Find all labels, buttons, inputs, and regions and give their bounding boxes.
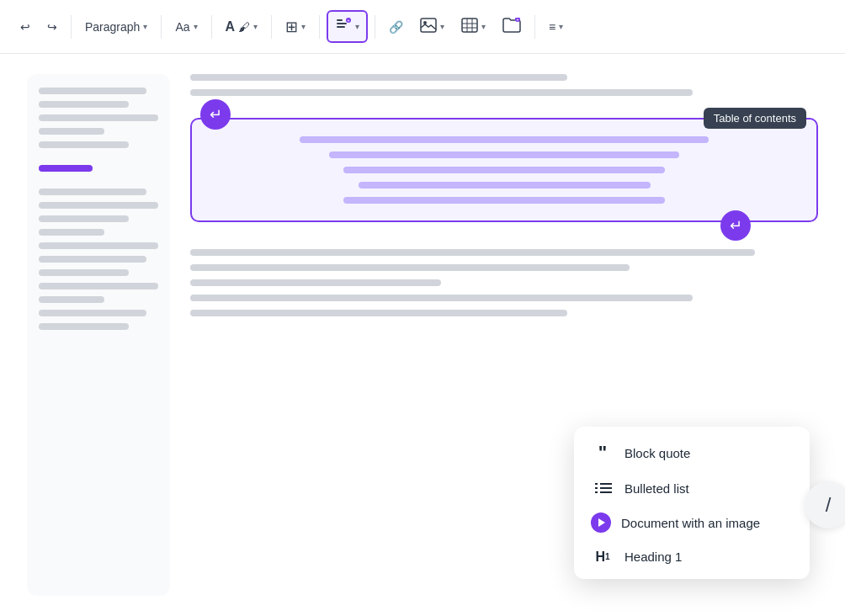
heading1-label: Heading 1: [624, 550, 682, 564]
doc-line: [39, 242, 158, 249]
undo-icon: ↩: [20, 20, 30, 34]
layout-dropdown[interactable]: ⊞ ▾: [279, 13, 312, 41]
more-chevron: ▾: [559, 22, 563, 31]
bulleted-list-label: Bulleted list: [624, 481, 689, 496]
toc-lines: [212, 136, 796, 204]
image-chevron: ▾: [440, 22, 444, 31]
toc-icon: +: [335, 17, 352, 36]
folder-icon: +: [502, 18, 521, 35]
toc-wrapper: ↵ Table of contents ↵: [190, 114, 818, 226]
enter-icon: ↵: [210, 105, 222, 124]
paragraph-label: Paragraph: [85, 20, 140, 34]
toc-tooltip: Table of contents: [704, 108, 806, 129]
toc-line: [359, 182, 651, 189]
play-purple-icon: [591, 512, 611, 533]
heading1-icon: H1: [591, 550, 614, 564]
svg-text:+: +: [348, 18, 350, 23]
toc-line: [329, 151, 679, 158]
toc-chevron: ▾: [355, 22, 359, 31]
enter-icon-bottom: ↵: [730, 216, 742, 235]
folder-button[interactable]: +: [496, 13, 528, 40]
menu-item-doc-image[interactable]: Document with an image: [574, 504, 810, 541]
divider-6: [375, 15, 375, 39]
link-icon: 🔗: [389, 20, 403, 34]
redo-button[interactable]: ↪: [40, 15, 64, 39]
format-icon: A: [226, 19, 236, 35]
divider-2: [161, 15, 162, 39]
menu-item-bulleted-list[interactable]: Bulleted list: [574, 472, 810, 504]
undo-button[interactable]: ↩: [13, 15, 37, 39]
divider-1: [71, 15, 72, 39]
layout-icon: ⊞: [285, 18, 298, 36]
doc-line: [39, 229, 104, 236]
divider-5: [319, 15, 320, 39]
doc-line: [39, 296, 104, 303]
divider-7: [534, 15, 535, 39]
text-line: [190, 264, 630, 271]
text-line: [190, 310, 567, 316]
toolbar: ↩ ↪ Paragraph ▾ Aa ▾ A 🖌 ▾ ⊞ ▾ + ▾: [0, 0, 845, 54]
slash-button[interactable]: /: [805, 481, 845, 528]
image-dropdown[interactable]: ▾: [413, 13, 451, 40]
menu-item-blockquote[interactable]: " Block quote: [574, 433, 810, 472]
more-icon: ≡: [549, 20, 555, 34]
text-line: [190, 89, 693, 96]
doc-line: [39, 202, 158, 209]
text-line: [190, 279, 441, 286]
toc-dropdown[interactable]: + ▾: [327, 10, 368, 43]
editor-area: ↵ Table of contents ↵: [190, 74, 818, 596]
menu-item-heading1[interactable]: H1 Heading 1: [574, 541, 810, 572]
doc-line: [39, 88, 146, 94]
font-dropdown[interactable]: Aa ▾: [168, 15, 204, 39]
toc-line: [300, 136, 709, 143]
link-button[interactable]: 🔗: [382, 15, 410, 39]
insert-menu: " Block quote Bulleted list: [574, 427, 810, 579]
format-dropdown[interactable]: A 🖌 ▾: [219, 14, 265, 40]
paragraph-dropdown[interactable]: Paragraph ▾: [78, 15, 154, 39]
bulleted-list-icon: [591, 481, 614, 496]
doc-line: [39, 283, 158, 289]
format-chevron: ▾: [253, 22, 258, 31]
toc-insert-top-button[interactable]: ↵: [200, 99, 231, 130]
blockquote-label: Block quote: [624, 446, 690, 460]
text-line: [190, 249, 755, 256]
doc-line: [39, 256, 146, 263]
main-area: ↵ Table of contents ↵: [0, 54, 845, 616]
toc-block[interactable]: Table of contents: [190, 118, 818, 222]
doc-line: [39, 269, 129, 276]
pre-toc-lines: [190, 74, 818, 99]
toc-insert-bottom-button[interactable]: ↵: [720, 210, 751, 241]
doc-line: [39, 189, 146, 195]
doc-image-label: Document with an image: [621, 516, 760, 530]
doc-line-accent: [39, 165, 93, 172]
text-line: [190, 74, 567, 81]
post-toc-lines: [190, 241, 818, 316]
redo-icon: ↪: [47, 20, 57, 34]
font-label: Aa: [175, 20, 189, 34]
svg-rect-0: [337, 19, 343, 21]
svg-rect-1: [337, 23, 347, 24]
svg-rect-2: [337, 26, 345, 28]
paint-icon: 🖌: [238, 20, 250, 34]
table-dropdown[interactable]: ▾: [454, 13, 492, 40]
divider-3: [211, 15, 212, 39]
doc-line: [39, 101, 129, 108]
layout-chevron: ▾: [301, 22, 306, 31]
doc-line: [39, 310, 146, 316]
doc-line: [39, 128, 104, 135]
doc-line: [39, 323, 129, 330]
toc-line: [343, 197, 665, 204]
svg-text:+: +: [517, 18, 519, 22]
more-dropdown[interactable]: ≡ ▾: [542, 15, 570, 39]
doc-line: [39, 114, 158, 121]
svg-rect-7: [462, 19, 477, 32]
doc-line: [39, 141, 129, 148]
divider-4: [271, 15, 272, 39]
doc-line: [39, 215, 129, 222]
paragraph-chevron: ▾: [143, 22, 147, 31]
toc-line: [343, 167, 665, 173]
sidebar-preview: [27, 74, 170, 596]
slash-label: /: [826, 493, 832, 517]
text-line: [190, 295, 693, 301]
image-icon: [420, 18, 437, 35]
